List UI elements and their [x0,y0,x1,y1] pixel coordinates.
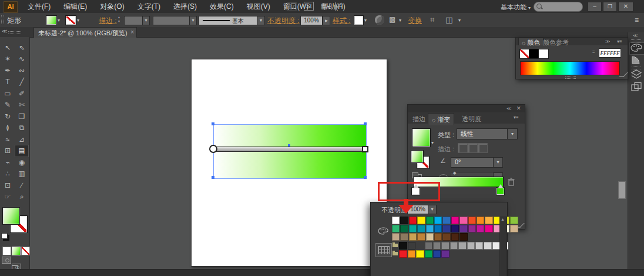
fill-indicator-swatch[interactable] [2,207,20,225]
stroke-gradient-across-button[interactable] [478,143,488,153]
swatch[interactable] [441,242,449,250]
color-slider-icon[interactable]: ≡ [592,49,595,55]
gradient-panel-menu-icon[interactable]: ▾≡ [514,115,519,120]
swatch[interactable] [467,242,475,250]
stock-button[interactable]: St [304,2,314,11]
hex-input[interactable]: FFFFFF [599,48,621,58]
dock-color-guide-icon[interactable] [630,55,642,65]
opacity-label[interactable]: 不透明度 : [267,16,300,26]
default-colors-icon[interactable] [1,233,8,239]
swatch[interactable] [399,250,407,258]
hand-tool[interactable]: ☞ [1,191,14,202]
swatch[interactable] [510,217,518,224]
swatch[interactable] [409,225,417,232]
shape-builder-tool[interactable]: ⧉ [15,122,28,134]
popup-opacity-chevron-icon[interactable]: ▾ [428,205,437,214]
delete-stop-icon[interactable] [507,177,515,187]
gradient-thumbnail[interactable] [412,128,431,147]
tab-color-guide[interactable]: 颜色参考 [543,38,569,47]
selection-handle-top-right[interactable] [364,122,367,125]
style-chevron-icon[interactable]: ▾ [364,18,367,23]
free-transform-tool[interactable]: ❐ [15,111,28,122]
swatch[interactable] [434,233,442,241]
color-panel-expand-icon[interactable]: ≫ [605,39,610,44]
menu-object[interactable]: 对象(O) [93,2,130,12]
menu-type[interactable]: 文字(T) [131,2,167,12]
menu-view[interactable]: 视图(V) [240,2,277,12]
scissors-tool[interactable]: ✄ [15,99,28,111]
style-label[interactable]: 样式 : [333,16,351,26]
swatch[interactable] [400,225,408,232]
swatch[interactable] [442,225,450,232]
curvature-tool[interactable]: ∾ [15,65,28,76]
style-swatch[interactable] [354,15,364,25]
gradient-midpoint-diamond[interactable]: ◆ [453,171,456,175]
annotator-midpoint[interactable] [288,144,290,147]
swatch[interactable] [392,233,400,241]
select-similar-chevron-icon[interactable]: ▾ [399,18,401,23]
swatch[interactable] [425,242,432,250]
pen-tool[interactable]: ✒ [1,65,14,76]
swatch[interactable] [408,242,415,250]
direct-selection-tool[interactable]: ⇖ [15,42,28,53]
minimize-button[interactable]: – [588,2,602,12]
tools-panel-grip[interactable] [8,31,21,34]
width-profile-chevron-icon[interactable]: ▾ [189,16,197,25]
document-tab[interactable]: 未标题-2* @ 100% (RGB/预览) × [33,27,137,38]
bounding-box-icon[interactable]: ⌗ [430,15,434,25]
swatch[interactable] [468,225,476,232]
dock-layers-icon[interactable] [630,69,642,79]
fill-chevron-down-icon[interactable]: ▾ [58,18,60,23]
swatch[interactable] [399,242,407,250]
color-panel-menu-icon[interactable]: ▾≡ [617,39,622,44]
stroke-weight-stepper[interactable]: ▲▼ [118,15,120,24]
gradient-tool[interactable]: ▤ [15,145,29,157]
magic-wand-tool[interactable]: ✶ [1,54,14,65]
swatch[interactable] [450,242,458,250]
swatch[interactable] [392,217,400,224]
select-similar-icon[interactable]: ▩ [389,15,395,24]
fill-color-swatch[interactable] [46,15,57,25]
swatch[interactable] [459,225,467,232]
swatch[interactable] [425,250,432,258]
shape-options-chevron-icon[interactable]: ▾ [458,18,461,23]
swatch[interactable] [416,250,424,258]
swatch[interactable] [459,217,467,224]
swatch[interactable] [485,217,492,224]
blend-tool[interactable]: ◉ [15,157,28,168]
stroke-gradient-along-button[interactable] [468,143,478,153]
swatch[interactable] [417,217,425,224]
gradient-type-select[interactable]: 线性 [457,128,512,139]
eyedropper-tool[interactable]: ⌁ [1,157,14,168]
tab-color[interactable]: ◇ 颜色 [518,38,544,45]
color-mode-button[interactable] [2,247,11,255]
slice-tool[interactable]: ∕ [15,179,28,191]
vertical-scrollbar-thumb[interactable] [618,181,626,199]
lasso-tool[interactable]: ∿ [15,54,28,65]
rotate-tool[interactable]: ↻ [1,111,14,122]
menu-effect[interactable]: 效果(C) [203,2,240,12]
transform-link[interactable]: 变换 [408,16,422,26]
swatch[interactable] [451,225,459,232]
swatch[interactable] [426,217,434,224]
opacity-input[interactable]: 100% [300,16,323,25]
swatch[interactable] [433,242,441,250]
restore-button[interactable]: ❐ [603,2,617,12]
swatch[interactable] [442,217,450,224]
annotator-end-handle[interactable] [362,146,368,152]
swatch[interactable] [409,233,417,241]
opacity-chevron-right-icon[interactable]: ▶ [323,16,330,25]
menu-edit[interactable]: 编辑(E) [57,2,93,12]
tab-gradient[interactable]: ◇ 渐变 [428,113,454,125]
artboard-tool[interactable]: ⊡ [1,179,14,191]
brush-definition-select[interactable]: 基本 [199,16,257,25]
color-white-chip[interactable] [538,49,549,59]
selection-tool[interactable]: ↖ [1,42,14,53]
mesh-tool[interactable]: ⊞ [1,145,14,157]
stroke-gradient-within-button[interactable] [458,143,468,153]
close-button[interactable]: ✕ [618,2,633,12]
dock-color-icon[interactable] [629,42,644,55]
swatch[interactable] [484,242,491,250]
selection-handle-top-left[interactable] [212,122,214,125]
control-bar-grip[interactable] [1,15,4,24]
